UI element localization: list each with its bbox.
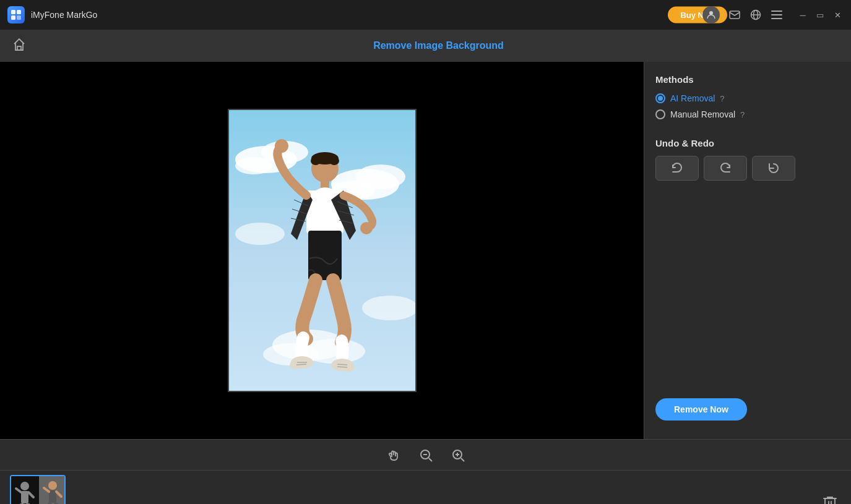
globe-icon[interactable] (749, 9, 762, 21)
zoom-in-button[interactable] (448, 445, 468, 465)
close-button[interactable]: ✕ (831, 9, 844, 21)
reset-button[interactable] (752, 156, 795, 181)
title-bar: iMyFone MarkGo Buy Now (0, 0, 851, 30)
svg-point-22 (303, 339, 365, 364)
canvas-area (0, 62, 644, 439)
svg-point-28 (311, 156, 321, 165)
undo-redo-title: Undo & Redo (655, 138, 840, 148)
svg-point-40 (275, 139, 288, 153)
zoom-out-button[interactable] (416, 445, 436, 465)
person-image (228, 109, 417, 392)
bottom-controls (0, 439, 851, 470)
svg-point-4 (709, 11, 713, 15)
svg-rect-2 (11, 15, 15, 20)
manual-removal-radio[interactable] (655, 109, 665, 119)
image-display (226, 108, 418, 393)
manual-removal-help-icon[interactable]: ? (740, 110, 745, 119)
window-controls: ─ ▭ ✕ (797, 9, 844, 21)
header-bar: Remove Image Background (0, 30, 851, 62)
manual-removal-option[interactable]: Manual Removal ? (655, 109, 840, 119)
user-icon[interactable] (702, 6, 720, 23)
svg-point-23 (235, 223, 285, 245)
svg-line-53 (429, 458, 432, 461)
home-button[interactable] (12, 38, 26, 54)
svg-rect-3 (17, 15, 21, 20)
svg-line-48 (296, 364, 306, 365)
svg-point-41 (360, 222, 373, 234)
titlebar-icons: ─ ▭ ✕ (702, 6, 844, 23)
ai-removal-radio[interactable] (655, 93, 665, 103)
main-content: Methods AI Removal ? Manual Removal ? Un… (0, 62, 851, 439)
right-panel: Methods AI Removal ? Manual Removal ? Un… (644, 62, 851, 439)
page-title: Remove Image Background (38, 40, 839, 51)
svg-rect-42 (308, 231, 342, 280)
svg-rect-60 (21, 491, 28, 503)
svg-point-27 (329, 156, 339, 165)
methods-title: Methods (655, 74, 840, 85)
svg-rect-67 (49, 490, 56, 503)
undo-button[interactable] (655, 156, 699, 181)
ai-removal-option[interactable]: AI Removal ? (655, 93, 840, 103)
app-logo (7, 6, 25, 23)
maximize-button[interactable]: ▭ (814, 9, 826, 21)
remove-now-button[interactable]: Remove Now (655, 398, 747, 421)
svg-rect-9 (771, 11, 782, 12)
svg-point-24 (362, 296, 417, 320)
svg-rect-0 (11, 10, 15, 14)
svg-rect-72 (825, 498, 835, 504)
thumbnail-original (11, 476, 39, 505)
app-title: iMyFone MarkGo (31, 10, 97, 20)
menu-icon[interactable] (771, 9, 783, 21)
svg-point-66 (48, 481, 57, 490)
thumbnail-processed (39, 476, 66, 505)
redo-button[interactable] (704, 156, 747, 181)
methods-section: Methods AI Removal ? Manual Removal ? (655, 74, 840, 126)
ai-removal-label: AI Removal (670, 93, 715, 103)
file-thumbnail[interactable] (10, 475, 66, 505)
ai-removal-help-icon[interactable]: ? (720, 94, 724, 103)
svg-point-59 (20, 482, 29, 490)
svg-rect-11 (771, 18, 782, 19)
trash-button[interactable] (819, 492, 841, 504)
svg-rect-5 (730, 11, 740, 19)
svg-line-57 (461, 458, 464, 461)
undo-redo-buttons (655, 156, 840, 181)
undo-redo-section: Undo & Redo (655, 138, 840, 181)
svg-rect-1 (17, 10, 21, 14)
svg-rect-12 (17, 46, 21, 50)
hand-tool-button[interactable] (384, 445, 404, 465)
svg-rect-10 (771, 14, 782, 15)
svg-point-16 (235, 157, 272, 174)
mail-icon[interactable] (728, 9, 741, 21)
file-bar: 1 File(s) (0, 470, 851, 504)
manual-removal-label: Manual Removal (670, 109, 735, 119)
svg-line-50 (337, 367, 347, 367)
minimize-button[interactable]: ─ (797, 9, 809, 21)
svg-line-49 (337, 364, 347, 365)
